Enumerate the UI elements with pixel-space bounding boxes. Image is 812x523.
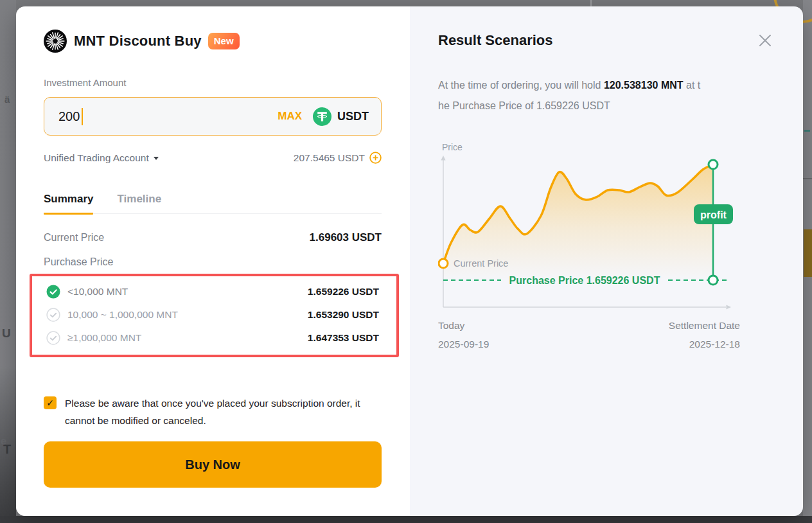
current-price-row: Current Price 1.69603 USDT (44, 231, 382, 244)
result-scenarios-panel: Result Scenarios At the time of ordering… (410, 6, 803, 516)
today-date: 2025-09-19 (438, 335, 489, 354)
check-circle-unselected-icon (46, 331, 60, 345)
tier-price: 1.647353 USDT (308, 332, 379, 344)
check-circle-unselected-icon (46, 308, 60, 322)
text-caret (82, 108, 83, 125)
tab-timeline[interactable]: Timeline (117, 193, 161, 215)
tier-price: 1.653290 USDT (308, 309, 379, 321)
investment-amount-label: Investment Amount (44, 77, 382, 88)
tier-range: 10,000 ~ 1,000,000 MNT (67, 309, 178, 321)
buy-now-button[interactable]: Buy Now (44, 441, 382, 488)
price-tier-highlight-box: <10,000 MNT 1.659226 USDT 10,000 ~ 1,000… (30, 274, 399, 357)
dialog-header: MNT Discount Buy New (44, 30, 382, 53)
purchase-price-line-label: Purchase Price 1.659226 USDT (509, 275, 660, 286)
settlement-label-group: Settlement Date 2025-12-18 (669, 317, 740, 353)
settlement-label: Settlement Date (669, 317, 740, 335)
background-text-fragment: ä (4, 94, 10, 105)
close-icon[interactable] (756, 31, 774, 49)
background-text-fragment: T (3, 442, 11, 457)
usdt-icon (313, 107, 331, 126)
disclaimer-row: ✓ Please be aware that once you've place… (44, 394, 382, 429)
chevron-down-icon (154, 157, 159, 160)
account-row: Unified Trading Account 207.5465 USDT (44, 152, 382, 164)
max-button[interactable]: MAX (278, 110, 302, 123)
mnt-logo-icon (44, 30, 67, 53)
currency-label: USDT (337, 110, 369, 123)
current-price-chart-label: Current Price (454, 258, 508, 269)
settlement-top-marker (709, 160, 718, 169)
current-price-label: Current Price (44, 232, 104, 244)
tier-price: 1.659226 USDT (308, 286, 379, 297)
settlement-date: 2025-12-18 (669, 335, 740, 354)
tab-summary[interactable]: Summary (44, 193, 93, 215)
account-balance-group: 207.5465 USDT (294, 152, 382, 164)
scenarios-header: Result Scenarios (438, 31, 774, 49)
dialog-title: MNT Discount Buy (74, 33, 202, 49)
current-price-value: 1.69603 USDT (310, 231, 382, 244)
account-balance: 207.5465 USDT (294, 152, 365, 164)
background-block-fragment (804, 229, 812, 277)
today-label: Today (438, 317, 489, 335)
tabs-bar: Summary Timeline (44, 193, 382, 214)
mnt-discount-buy-dialog: MNT Discount Buy New Investment Amount 2… (16, 6, 803, 516)
order-form-panel: MNT Discount Buy New Investment Amount 2… (16, 6, 410, 516)
scenarios-title: Result Scenarios (438, 32, 553, 49)
account-name: Unified Trading Account (44, 152, 149, 164)
y-axis-title: Price (442, 142, 463, 152)
account-selector[interactable]: Unified Trading Account (44, 152, 159, 164)
background-line-fragment (803, 178, 812, 179)
price-tier-row[interactable]: 10,000 ~ 1,000,000 MNT 1.653290 USDT (46, 303, 379, 326)
check-circle-selected-icon (46, 285, 60, 299)
summary-prefix: At the time of ordering, you will hold (438, 80, 604, 91)
background-tick-fragment (590, 0, 592, 6)
profit-badge-label: profit (700, 209, 727, 220)
purchase-price-label: Purchase Price (44, 256, 382, 268)
chart-x-labels: Today 2025-09-19 Settlement Date 2025-12… (438, 317, 740, 353)
amount-value: 200 (58, 109, 80, 124)
holding-amount: 120.538130 MNT (604, 80, 684, 91)
current-price-marker (439, 259, 448, 268)
deposit-plus-icon[interactable] (369, 152, 382, 164)
today-label-group: Today 2025-09-19 (438, 317, 489, 353)
settlement-bottom-marker (709, 276, 718, 285)
price-tier-row[interactable]: ≥1,000,000 MNT 1.647353 USDT (46, 326, 379, 350)
x-axis-arrow (727, 305, 732, 309)
scenario-chart: Price Purchase Price 1.659226 USDT Curre… (438, 140, 740, 314)
disclaimer-text: Please be aware that once you've placed … (65, 394, 382, 429)
new-badge: New (208, 33, 240, 49)
tier-range: ≥1,000,000 MNT (67, 332, 141, 344)
scenarios-summary: At the time of ordering, you will hold 1… (438, 75, 774, 116)
background-dash-fragment (804, 130, 810, 132)
agreement-checkbox[interactable]: ✓ (44, 396, 57, 409)
investment-amount-input[interactable]: 200 MAX USDT (44, 97, 382, 136)
price-tier-row[interactable]: <10,000 MNT 1.659226 USDT (46, 280, 379, 303)
background-text-fragment: U (2, 326, 11, 341)
tier-range: <10,000 MNT (67, 286, 128, 297)
backdrop-bottom-strip (0, 516, 812, 523)
